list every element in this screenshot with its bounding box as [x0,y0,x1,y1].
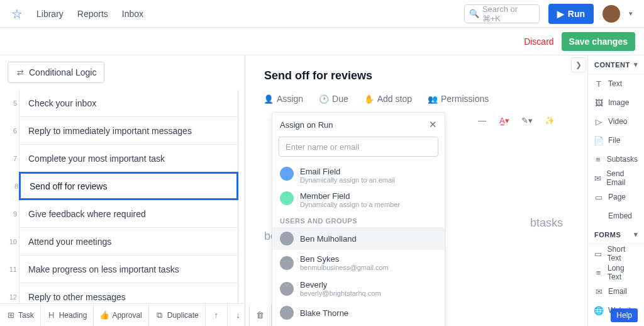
step-label: Complete your most important task [19,154,165,164]
save-changes-button[interactable]: Save changes [562,32,635,51]
discard-button[interactable]: Discard [524,37,553,47]
assign-search-input[interactable]: Enter name or email [279,137,438,157]
hand-icon: ✋ [365,94,374,103]
thumbs-up-icon: 👍 [100,311,109,320]
content-widget-send-email[interactable]: ✉Send Email [588,169,644,188]
step-label: Reply to immediately important messages [19,126,192,136]
content-widget-subtasks[interactable]: ≡Subtasks [588,150,644,169]
nav-library[interactable]: Library [36,9,64,19]
step-number: 10 [8,238,17,245]
avatar [280,306,294,320]
step-number: 8 [9,183,18,190]
highlight-icon[interactable]: ✎▾ [523,116,531,125]
user-option[interactable]: Ben Sykesbenmulbusiness@gmail.com [272,250,445,276]
run-button[interactable]: ▶ Run [548,4,594,24]
logo-icon: ☆ [11,6,23,21]
add-stop-button[interactable]: ✋Add stop [365,94,412,104]
step-number: 6 [8,127,17,135]
content-widget-image[interactable]: 🖼Image [588,93,644,112]
left-panel: ⇄ Conditional Logic 5Check your inbox6Re… [0,55,245,326]
due-button[interactable]: 🕑Due [319,94,348,104]
widget-icon: ≡ [594,155,602,164]
widget-icon: ✉ [594,287,603,296]
arrow-down-icon: ↓ [234,311,243,320]
nav-reports[interactable]: Reports [77,9,108,19]
add-task-button[interactable]: ⊞Task [0,304,41,326]
conditional-logic-button[interactable]: ⇄ Conditional Logic [8,62,104,83]
steps-list: 5Check your inbox6Reply to immediately i… [0,89,245,326]
step-item[interactable]: 7Complete your most important task [19,144,238,172]
step-number: 5 [8,99,17,107]
form-widget-short-text[interactable]: ▭Short Text [588,244,644,263]
clock-icon: 🕑 [319,94,328,103]
search-icon: 🔍 [470,9,479,18]
magic-icon[interactable]: ✨ [545,116,554,125]
help-button[interactable]: Help [611,308,638,322]
close-icon[interactable]: ✕ [429,119,437,130]
member-field-option[interactable]: Member FieldDynamically assign to a memb… [272,188,445,212]
permissions-button[interactable]: 👥Permissions [428,94,489,104]
content-section-header[interactable]: CONTENT▾ [588,55,644,74]
bottom-toolbar: ⊞Task HHeading 👍Approval ⧉Duplicate ↑ ↓ … [0,303,245,326]
content-widget-file[interactable]: 📄File [588,131,644,150]
run-button-label: Run [568,9,585,19]
widget-icon: ▭ [594,249,602,258]
forms-section-header[interactable]: FORMS▾ [588,225,644,244]
step-label: Reply to other messages [19,292,126,302]
avatar[interactable] [602,5,620,23]
plus-square-icon: ⊞ [6,311,15,320]
step-label: Attend your meetings [19,237,111,247]
divider-icon[interactable]: — [477,116,486,125]
content-widget-page[interactable]: ▭Page [588,188,644,206]
step-item[interactable]: 6Reply to immediately important messages [19,116,238,145]
widget-icon [594,211,603,220]
step-number: 7 [8,155,17,162]
form-widget-long-text[interactable]: ≡Long Text [588,263,644,282]
content-widget-video[interactable]: ▷Video [588,112,644,131]
step-item[interactable]: 8Send off for reviews [19,172,238,200]
play-icon: ▶ [557,9,564,19]
copy-icon: ⧉ [155,311,164,320]
search-input[interactable]: 🔍 Search or ⌘+K [464,4,540,23]
widget-icon: 🌐 [594,306,603,315]
chevron-down-icon: ▾ [634,60,638,69]
assign-popup: Assign on Run ✕ Enter name or email Emai… [272,112,445,326]
step-item[interactable]: 9Give feedback where required [19,200,238,228]
step-number: 12 [8,293,17,301]
widget-icon: ▷ [594,117,603,126]
add-approval-button[interactable]: 👍Approval [94,304,148,326]
step-item[interactable]: 10Attend your meetings [19,227,238,256]
move-up-button[interactable]: ↑ [206,304,228,326]
chevron-down-icon[interactable]: ▾ [629,9,633,18]
step-item[interactable]: 11Make progress on less important tasks [19,255,238,283]
user-option[interactable]: Ben Mulholland [272,227,445,250]
top-bar: ☆ Library Reports Inbox 🔍 Search or ⌘+K … [0,0,644,28]
step-item[interactable]: 5Check your inbox [19,89,238,117]
duplicate-button[interactable]: ⧉Duplicate [149,304,206,326]
step-number: 11 [8,266,17,273]
step-label: Check your inbox [19,98,96,108]
action-bar: Discard Save changes [0,28,644,55]
member-field-icon [280,191,294,205]
widget-icon: ≡ [594,268,602,277]
user-option[interactable]: Blake Thorne [272,301,445,324]
add-heading-button[interactable]: HHeading [41,304,94,326]
assign-button[interactable]: 👤Assign [264,94,303,104]
users-icon: 👥 [428,94,437,103]
conditional-logic-label: Conditional Logic [29,67,96,77]
avatar [280,256,294,270]
widget-icon: T [594,79,603,88]
form-widget-email[interactable]: ✉Email [588,282,644,301]
text-color-icon[interactable]: A̲▾ [500,116,509,125]
email-field-option[interactable]: Email FieldDynamically assign to an emai… [272,163,445,188]
chevron-down-icon: ▾ [634,230,638,239]
step-label: Make progress on less important tasks [19,264,179,274]
nav-inbox[interactable]: Inbox [122,9,143,19]
widget-icon: ✉ [594,174,601,183]
user-option[interactable]: Beverlybeverly@brightstarhq.com [272,276,445,301]
search-placeholder: Search or ⌘+K [482,4,534,23]
collapse-panel-button[interactable]: ❯ [571,57,586,72]
content-widget-embed[interactable]: Embed [588,206,644,225]
step-label: Send off for reviews [21,181,107,191]
content-widget-text[interactable]: TText [588,74,644,93]
